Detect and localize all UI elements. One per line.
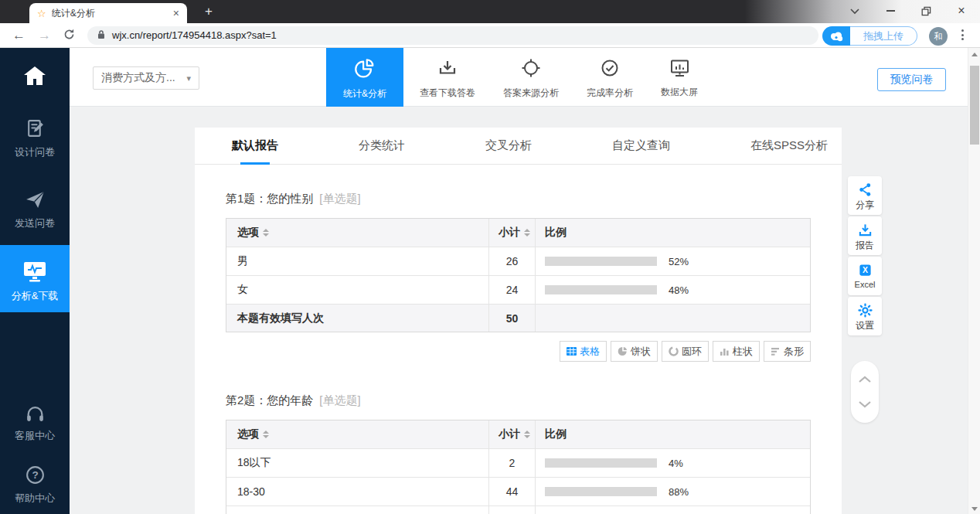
tab-close-icon[interactable]: × [173,7,179,19]
ratio-cell: 52% [536,247,810,275]
ratio-cell: 4% [536,449,810,477]
sidebar-item-label: 分析&下载 [12,291,59,301]
download-tray-icon [437,58,458,83]
tool-label: Excel [855,281,876,289]
preview-survey-button[interactable]: 预览问卷 [877,68,946,91]
reload-icon[interactable] [63,29,75,43]
question-circle-icon: ? [25,465,46,488]
footer-count: 50 [489,305,536,332]
tab-answer-source-analysis[interactable]: 答案来源分析 [492,48,570,107]
question-pager [851,361,879,423]
sort-icon[interactable] [263,229,269,237]
option-cell: 女 [226,276,489,304]
report-tab-default[interactable]: 默认报告 [232,128,278,165]
ratio-cell: 88% [536,478,810,505]
percent-label: 48% [669,284,689,296]
sidebar-item-design[interactable]: 设计问卷 [0,118,70,157]
browser-tab[interactable]: ☆ 统计&分析 × [29,3,187,23]
minimize-button[interactable] [884,5,897,17]
pie-icon [618,346,628,356]
scrollbar-thumb[interactable] [970,66,979,145]
sort-icon[interactable] [524,431,530,438]
cloud-upload-extension[interactable]: 拖拽上传 [822,26,917,46]
report-tab-custom[interactable]: 自定义查询 [612,128,670,165]
sort-icon[interactable] [524,229,530,237]
sidebar-item-label: 帮助中心 [15,493,55,503]
ratio-cell: 48% [536,276,810,304]
avatar[interactable]: 和 [929,27,948,46]
question-title-text: 第2题：您的年龄 [226,393,313,407]
scrollbar-down-arrow[interactable] [971,507,978,511]
percent-label: 4% [669,458,683,469]
tab-view-download-answers[interactable]: 查看下载答卷 [408,48,487,107]
report-tab-cross[interactable]: 交叉分析 [485,128,532,165]
cloud-icon [822,26,850,46]
header-option[interactable]: 选项 [226,420,489,448]
tool-label: 设置 [856,321,874,330]
scroll-down-chevron-icon[interactable] [858,397,872,411]
option-cell: 男 [226,247,489,275]
tool-label: 报告 [856,240,874,250]
sidebar-item-analyze[interactable]: 分析&下载 [0,245,70,312]
chart-type-donut-button[interactable]: 圆环 [662,341,709,362]
window-controls: × [849,0,974,22]
favicon-star-icon: ☆ [37,9,46,19]
share-button[interactable]: 分享 [848,176,882,215]
question-1-title: 第1题：您的性别[单选题] [226,191,811,206]
sidebar-item-send[interactable]: 发送问卷 [0,189,70,228]
forward-icon: → [38,29,51,42]
chart-type-pie-button[interactable]: 饼状 [611,341,658,362]
browser-titlebar: ☆ 统计&分析 × + × [0,0,980,23]
count-cell: 2 [489,449,536,477]
tab-statistics-analysis[interactable]: 统计&分析 [326,48,403,107]
survey-selector-dropdown[interactable]: 消费方式及方... ▾ [93,66,199,90]
floating-toolbar: 分享 报告 X Excel [848,176,882,335]
question-1-table: 选项 小计 比例 男 26 52% 女 24 [226,218,811,332]
close-window-button[interactable]: × [955,5,968,17]
chart-type-column-button[interactable]: 柱状 [713,341,760,362]
header-ratio: 比例 [536,420,810,448]
tab-data-screen[interactable]: 数据大屏 [649,48,709,107]
question-type-tag: [单选题] [319,393,360,407]
chevron-down-icon: ▾ [186,73,191,83]
table-row: 18以下 2 4% [226,448,810,477]
question-1-block: 第1题：您的性别[单选题] 选项 小计 比例 男 26 52% 女 [195,191,842,514]
scrollbar-up-arrow[interactable] [971,53,978,56]
sidebar-item-home[interactable] [0,66,70,89]
back-icon[interactable]: ← [12,29,26,42]
report-download-button[interactable]: 报告 [848,216,882,255]
home-icon [23,66,46,89]
header-ratio: 比例 [536,219,810,247]
table-row: 18-30 44 88% [226,477,810,505]
sidebar-item-label: 客服中心 [15,431,55,441]
url-bar[interactable]: wjx.cn/report/174954418.aspx?sat=1 [87,26,818,45]
header-count[interactable]: 小计 [489,420,536,448]
data-screen-icon [669,58,691,82]
table-footer-row: 本题有效填写人次 50 [226,304,810,332]
percent-label: 52% [669,256,689,267]
report-tab-spss[interactable]: 在线SPSS分析 [750,128,828,165]
monitor-pulse-icon [22,260,47,286]
chart-type-bar-button[interactable]: 条形 [764,341,811,362]
sidebar-item-help[interactable]: ? 帮助中心 [0,465,70,503]
svg-text:?: ? [32,469,38,481]
drag-upload-button[interactable]: 拖拽上传 [850,26,917,46]
page-scrollbar[interactable] [968,48,980,514]
header-count[interactable]: 小计 [489,219,536,247]
paper-plane-icon [25,189,46,213]
window-menu-chevron-icon[interactable] [849,5,861,17]
restore-button[interactable] [920,5,932,17]
scroll-up-chevron-icon[interactable] [858,373,872,386]
tab-completion-rate-analysis[interactable]: 完成率分析 [575,48,645,107]
footer-label: 本题有效填写人次 [226,305,489,332]
sidebar-item-service[interactable]: 客服中心 [0,403,70,441]
excel-export-button[interactable]: X Excel [848,257,882,295]
report-tab-category[interactable]: 分类统计 [359,128,405,165]
browser-menu-icon[interactable] [961,29,964,40]
new-tab-button[interactable]: + [198,0,219,23]
header-option[interactable]: 选项 [226,219,489,247]
chart-type-table-button[interactable]: 表格 [560,341,607,362]
sort-icon[interactable] [263,431,269,438]
settings-button[interactable]: 设置 [848,297,882,335]
sidebar-item-label: 发送问卷 [15,218,55,228]
